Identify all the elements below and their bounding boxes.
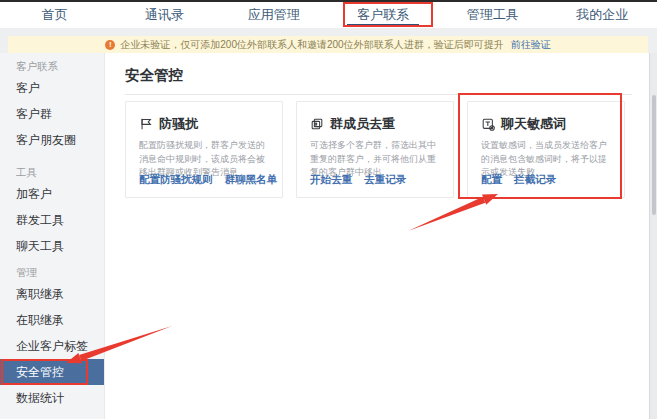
configure-sensitive-words-link[interactable]: 配置 — [481, 173, 502, 187]
sidebar-item-customer-tags[interactable]: 企业客户标签 — [0, 333, 104, 359]
nav-tab-label: 客户联系 — [357, 7, 409, 22]
admin-console-window: 首页 通讯录 应用管理 客户联系 管理工具 我的企业 ! 企业未验证，仅可添加2… — [0, 0, 657, 419]
scrollbar-track[interactable] — [649, 53, 657, 419]
configure-anti-harassment-link[interactable]: 配置防骚扰规则 — [139, 173, 213, 187]
group-blacklist-link[interactable]: 群聊黑名单 — [225, 173, 278, 187]
duplicate-member-icon — [310, 117, 324, 131]
notice-text: 企业未验证，仅可添加200位外部联系人和邀请200位外部联系人进群，验证后即可提… — [120, 38, 503, 52]
sidebar-item-resigned-handover[interactable]: 离职继承 — [0, 281, 104, 307]
sidebar-item-statistics[interactable]: 数据统计 — [0, 385, 104, 411]
sidebar-item-security-control[interactable]: 安全管控 — [0, 359, 104, 385]
nav-tab-management-tools[interactable]: 管理工具 — [438, 2, 548, 28]
start-dedupe-link[interactable]: 开始去重 — [310, 173, 352, 187]
sidebar-item-add-customer[interactable]: 加客户 — [0, 181, 104, 207]
sidebar-item-customer-moments[interactable]: 客户朋友圈 — [0, 127, 104, 153]
nav-tab-my-company[interactable]: 我的企业 — [548, 2, 657, 28]
sidebar-section-customer-contact: 客户联系 — [0, 57, 104, 75]
go-verify-link[interactable]: 前往验证 — [511, 38, 551, 52]
card-title: 聊天敏感词 — [501, 115, 566, 133]
sensitive-word-icon — [481, 117, 495, 131]
active-tab-underline — [347, 24, 419, 27]
sidebar-section-management: 管理 — [0, 263, 104, 281]
dedupe-records-link[interactable]: 去重记录 — [364, 173, 406, 187]
flag-icon — [139, 117, 153, 131]
sidebar-item-customer-groups[interactable]: 客户群 — [0, 101, 104, 127]
warning-icon: ! — [105, 40, 115, 50]
sidebar-section-tools: 工具 — [0, 163, 104, 181]
card-title: 防骚扰 — [159, 115, 198, 133]
scrollbar-thumb[interactable] — [652, 95, 656, 215]
sidebar: 客户联系 客户 客户群 客户朋友圈 工具 加客户 群发工具 聊天工具 管理 离职… — [0, 53, 105, 419]
feature-cards: 防骚扰 配置防骚扰规则，群客户发送的消息命中规则时，该成员将会被移出群聊或收到警… — [125, 101, 632, 198]
nav-tab-customer-contact[interactable]: 客户联系 — [329, 2, 439, 28]
verification-notice: ! 企业未验证，仅可添加200位外部联系人和邀请200位外部联系人进群，验证后即… — [8, 36, 648, 53]
card-sensitive-words: 聊天敏感词 设置敏感词，当成员发送给客户的消息包含敏感词时，将予以提示或发送失败… — [467, 101, 625, 198]
card-title: 群成员去重 — [330, 115, 395, 133]
sidebar-item-chat-tool[interactable]: 聊天工具 — [0, 233, 104, 259]
notice-band: ! 企业未验证，仅可添加200位外部联系人和邀请200位外部联系人进群，验证后即… — [0, 28, 657, 53]
nav-tab-contacts[interactable]: 通讯录 — [110, 2, 220, 28]
sidebar-item-onjob-handover[interactable]: 在职继承 — [0, 307, 104, 333]
top-nav: 首页 通讯录 应用管理 客户联系 管理工具 我的企业 — [0, 2, 657, 28]
title-divider — [125, 94, 632, 95]
main-content: 安全管控 防骚扰 配置防骚扰规则，群客户发送的消息命中规则时，该成员将会被移出群… — [106, 53, 650, 419]
intercept-records-link[interactable]: 拦截记录 — [514, 173, 556, 187]
sidebar-item-customers[interactable]: 客户 — [0, 75, 104, 101]
page-title: 安全管控 — [125, 66, 632, 86]
card-dedupe-members: 群成员去重 可选择多个客户群，筛选出其中重复的群客户，并可将他们从重复的客户群中… — [296, 101, 454, 198]
sidebar-item-group-send-tool[interactable]: 群发工具 — [0, 207, 104, 233]
card-anti-harassment: 防骚扰 配置防骚扰规则，群客户发送的消息命中规则时，该成员将会被移出群聊或收到警… — [125, 101, 283, 198]
nav-tab-home[interactable]: 首页 — [0, 2, 110, 28]
nav-tab-app-management[interactable]: 应用管理 — [219, 2, 329, 28]
